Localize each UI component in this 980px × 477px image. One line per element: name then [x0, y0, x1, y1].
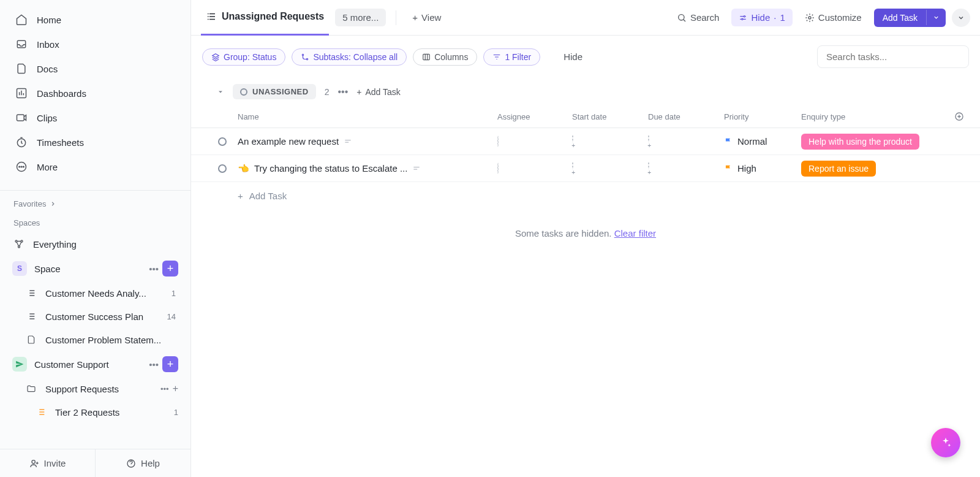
- sidebar-space[interactable]: S Space ••• +: [0, 256, 190, 281]
- empty-assignee-icon: [497, 135, 499, 147]
- add-task-row[interactable]: + Add Task: [191, 182, 980, 210]
- priority-cell[interactable]: High: [724, 163, 801, 174]
- main: Unassigned Requests 5 more... + View Sea…: [191, 0, 980, 477]
- col-due-date[interactable]: Due date: [648, 112, 724, 121]
- favorites-section[interactable]: Favorites: [0, 194, 190, 213]
- dots-icon[interactable]: •••: [149, 264, 159, 274]
- plus-icon: +: [356, 87, 361, 97]
- col-name[interactable]: Name: [217, 112, 497, 121]
- invite-button[interactable]: Invite: [0, 449, 96, 477]
- nav-clips[interactable]: Clips: [0, 105, 190, 130]
- columns-pill[interactable]: Columns: [413, 48, 477, 66]
- hide-button[interactable]: Hide · 1: [731, 9, 792, 26]
- nav-inbox[interactable]: Inbox: [0, 32, 190, 56]
- col-assignee[interactable]: Assignee: [497, 112, 572, 121]
- due-date-cell[interactable]: [648, 163, 724, 174]
- hidden-tasks-message: Some tasks are hidden. Clear filter: [191, 210, 980, 257]
- nav-dashboards[interactable]: Dashboards: [0, 81, 190, 105]
- add-task-inline[interactable]: + Add Task: [356, 87, 401, 97]
- search-tasks-input[interactable]: [817, 45, 969, 68]
- sidebar-sub-item[interactable]: Customer Problem Statem...: [0, 328, 190, 351]
- empty-date-icon: [572, 135, 573, 147]
- enquiry-tag: Report an issue: [801, 161, 876, 177]
- col-priority[interactable]: Priority: [724, 112, 801, 121]
- label: 1 Filter: [505, 52, 531, 62]
- task-row[interactable]: 👈 Try changing the status to Escalate ..…: [191, 155, 980, 182]
- start-date-cell[interactable]: [572, 163, 648, 174]
- due-date-cell[interactable]: [648, 136, 724, 147]
- nav-label: Clips: [37, 113, 57, 123]
- edit-icon[interactable]: [412, 164, 421, 173]
- add-column-button[interactable]: [954, 112, 980, 121]
- list-icon: [24, 310, 38, 323]
- group-pill[interactable]: Group: Status: [202, 48, 285, 66]
- task-status[interactable]: [191, 137, 238, 146]
- enquiry-tag: Help with using the product: [801, 134, 919, 150]
- task-name[interactable]: An example new request: [238, 136, 497, 147]
- ai-fab[interactable]: [931, 428, 960, 457]
- customize-button[interactable]: Customize: [799, 9, 868, 26]
- sidebar-item-label: Everything: [33, 239, 77, 250]
- nav-home[interactable]: Home: [0, 7, 190, 32]
- subtasks-pill[interactable]: Subtasks: Collapse all: [292, 48, 407, 66]
- add-task-button[interactable]: Add Task: [874, 9, 946, 27]
- overflow-button[interactable]: [952, 9, 970, 27]
- col-enquiry-type[interactable]: Enquiry type: [801, 112, 954, 121]
- folder-icon: [24, 382, 38, 395]
- enquiry-cell[interactable]: Help with using the product: [801, 136, 954, 147]
- empty-assignee-icon: [497, 162, 499, 174]
- nav-timesheets[interactable]: Timesheets: [0, 130, 190, 155]
- search-button[interactable]: Search: [671, 9, 726, 26]
- nav-label: Home: [37, 15, 61, 25]
- svg-rect-18: [423, 54, 430, 59]
- emoji-icon: 👈: [238, 163, 249, 174]
- dots-icon[interactable]: •••: [149, 359, 159, 370]
- network-icon: [12, 237, 26, 251]
- assignee-cell[interactable]: [497, 163, 572, 174]
- svg-point-17: [307, 58, 308, 59]
- filter-pill[interactable]: 1 Filter: [483, 48, 540, 66]
- empty-date-icon: [648, 135, 649, 147]
- clear-filter-link[interactable]: Clear filter: [614, 228, 656, 238]
- nav-label: Dashboards: [37, 88, 86, 99]
- enquiry-cell[interactable]: Report an issue: [801, 163, 954, 174]
- sidebar-sub-item[interactable]: Customer Needs Analy... 1: [0, 281, 190, 305]
- tab-unassigned[interactable]: Unassigned Requests: [201, 0, 329, 36]
- top-bar: Unassigned Requests 5 more... + View Sea…: [191, 0, 980, 36]
- sidebar: Home Inbox Docs Dashboards Clips Timeshe…: [0, 0, 191, 477]
- hide-filter-button[interactable]: Hide: [557, 48, 589, 66]
- task-name[interactable]: 👈 Try changing the status to Escalate ..…: [238, 163, 497, 174]
- collapse-toggle[interactable]: [217, 88, 224, 96]
- assignee-cell[interactable]: [497, 136, 572, 147]
- status-dot-icon: [240, 88, 247, 96]
- chevron-down-icon[interactable]: [926, 10, 946, 25]
- col-start-date[interactable]: Start date: [572, 112, 648, 121]
- nav-more[interactable]: More: [0, 155, 190, 179]
- dots-icon[interactable]: •••: [337, 86, 348, 97]
- sidebar-everything[interactable]: Everything: [0, 232, 190, 256]
- task-status[interactable]: [191, 164, 238, 173]
- spaces-section[interactable]: Spaces: [0, 213, 190, 232]
- label: Add Task: [874, 9, 926, 27]
- sidebar-sub-item[interactable]: Support Requests ••• +: [0, 377, 190, 400]
- help-button[interactable]: Help: [96, 449, 190, 477]
- more-tabs-chip[interactable]: 5 more...: [335, 9, 386, 26]
- dots-icon[interactable]: •••: [160, 384, 169, 394]
- svg-point-8: [21, 240, 23, 242]
- sidebar-sub-sub-item[interactable]: Tier 2 Requests 1: [0, 400, 190, 424]
- hidden-text: Some tasks are hidden.: [515, 228, 614, 238]
- add-button[interactable]: +: [162, 356, 178, 372]
- task-row[interactable]: An example new request Normal Help with …: [191, 128, 980, 155]
- search-icon: [677, 13, 687, 23]
- add-button[interactable]: +: [162, 261, 178, 277]
- status-pill[interactable]: UNASSIGNED: [233, 84, 316, 99]
- add-view-button[interactable]: + View: [406, 9, 447, 26]
- priority-cell[interactable]: Normal: [724, 136, 801, 147]
- nav-docs[interactable]: Docs: [0, 56, 190, 81]
- label: UNASSIGNED: [252, 87, 309, 96]
- sidebar-space-support[interactable]: Customer Support ••• +: [0, 351, 190, 377]
- plus-icon[interactable]: +: [173, 383, 178, 394]
- sidebar-sub-item[interactable]: Customer Success Plan 14: [0, 305, 190, 328]
- start-date-cell[interactable]: [572, 136, 648, 147]
- edit-icon[interactable]: [344, 137, 352, 146]
